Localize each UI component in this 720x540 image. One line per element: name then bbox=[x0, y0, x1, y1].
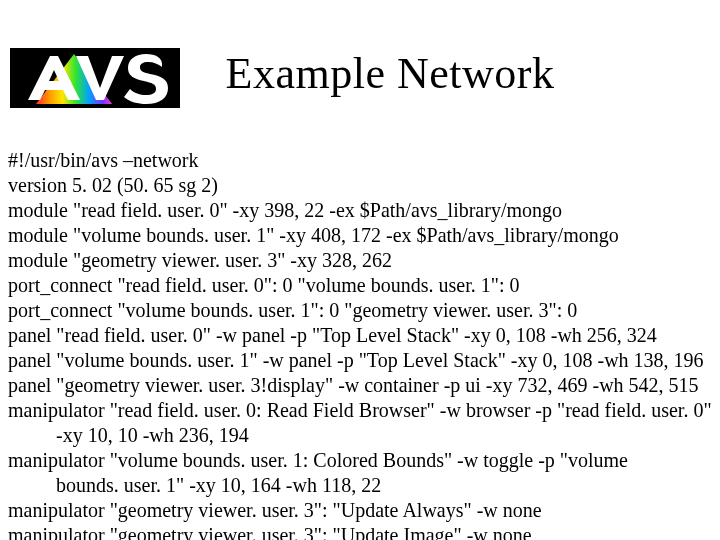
code-line: manipulator "volume bounds. user. 1: Col… bbox=[8, 448, 720, 473]
code-line-cont: -xy 10, 10 -wh 236, 194 bbox=[8, 423, 720, 448]
code-line: panel "read field. user. 0" -w panel -p … bbox=[8, 323, 720, 348]
code-line: panel "volume bounds. user. 1" -w panel … bbox=[8, 348, 720, 373]
code-line: module "geometry viewer. user. 3" -xy 32… bbox=[8, 248, 720, 273]
code-line: manipulator "geometry viewer. user. 3": … bbox=[8, 523, 720, 540]
code-line: module "read field. user. 0" -xy 398, 22… bbox=[8, 198, 720, 223]
code-line: manipulator "geometry viewer. user. 3": … bbox=[8, 498, 720, 523]
code-line: port_connect "read field. user. 0": 0 "v… bbox=[8, 273, 720, 298]
slide-title: Example Network bbox=[0, 48, 720, 99]
code-block: #!/usr/bin/avs –network version 5. 02 (5… bbox=[8, 148, 720, 540]
code-line: panel "geometry viewer. user. 3!display"… bbox=[8, 373, 720, 398]
slide: Example Network #!/usr/bin/avs –network … bbox=[0, 0, 720, 540]
code-line: manipulator "read field. user. 0: Read F… bbox=[8, 398, 720, 423]
code-line-cont: bounds. user. 1" -xy 10, 164 -wh 118, 22 bbox=[8, 473, 720, 498]
code-line: version 5. 02 (50. 65 sg 2) bbox=[8, 173, 720, 198]
code-line: module "volume bounds. user. 1" -xy 408,… bbox=[8, 223, 720, 248]
code-line: #!/usr/bin/avs –network bbox=[8, 148, 720, 173]
code-line: port_connect "volume bounds. user. 1": 0… bbox=[8, 298, 720, 323]
